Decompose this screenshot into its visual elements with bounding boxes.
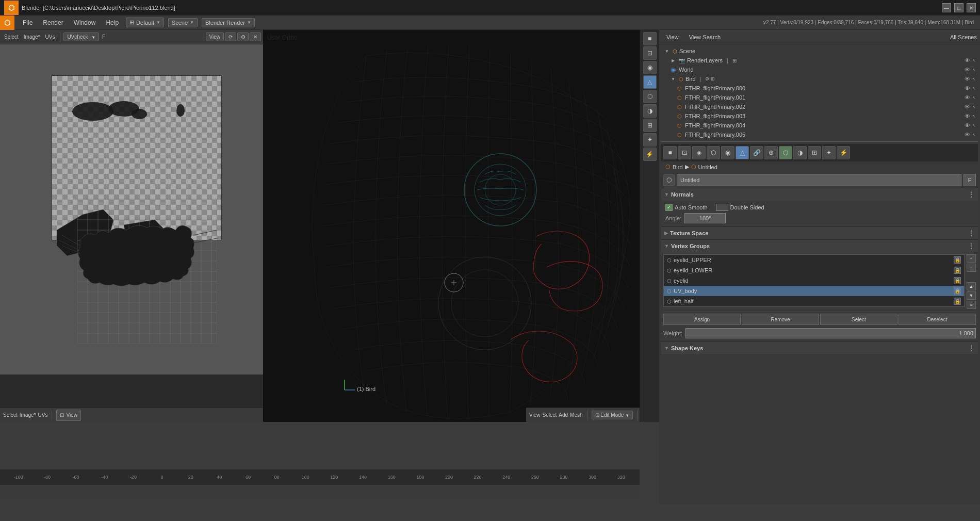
menu-file[interactable]: File [18, 17, 38, 28]
vp-bottom-view[interactable]: View [529, 412, 541, 418]
shape-keys-options-icon[interactable]: ⋮ [968, 344, 975, 352]
prop-icon-data[interactable]: ⬡ [779, 146, 792, 159]
fthr-003-eye-icon[interactable]: 👁 [965, 113, 970, 119]
vg-item-eyelid[interactable]: ⬡ eyelid 🔒 [664, 275, 964, 286]
material-f-button[interactable]: F [963, 174, 976, 186]
uv-bottom-select[interactable]: Select [3, 412, 18, 418]
outliner-renderlayers[interactable]: ▶ 📷 RenderLayers | ⊞ 👁 ↖ [661, 56, 978, 65]
props-icon-particles[interactable]: ✦ [643, 133, 657, 146]
uv-settings-btn[interactable]: ⚙ [237, 32, 249, 41]
vg-item-eyelid-upper[interactable]: ⬡ eyelid_UPPER 🔒 [664, 255, 964, 265]
vg-add-button[interactable]: + [967, 254, 976, 263]
props-icon-object[interactable]: △ [643, 75, 657, 89]
vp-bottom-mesh[interactable]: Mesh [570, 412, 582, 418]
vg-eyelid-lock-icon[interactable]: 🔒 [954, 277, 961, 284]
props-icon-world[interactable]: ◉ [643, 61, 657, 74]
vg-assign-button[interactable]: Assign [663, 314, 741, 325]
props-icon-scene[interactable]: ⊡ [643, 46, 657, 60]
vg-more-button[interactable]: ≡ [967, 301, 976, 309]
uv-bottom-mode[interactable]: ⊡ View [56, 410, 81, 421]
normals-options-icon[interactable]: ⋮ [968, 190, 975, 199]
outliner-world[interactable]: ◉ World 👁 ↖ [661, 65, 978, 74]
outliner-view-tab[interactable]: View [662, 33, 683, 41]
angle-input[interactable] [684, 213, 726, 223]
texture-space-options-icon[interactable]: ⋮ [968, 229, 975, 237]
vg-select-verts-button[interactable]: Select [820, 314, 897, 325]
renderer-selector[interactable]: Blender Render ▼ [202, 18, 255, 27]
world-eye-icon[interactable]: 👁 [965, 67, 970, 73]
vg-eyelid-upper-lock-icon[interactable]: 🔒 [954, 256, 961, 264]
uv-sync-btn[interactable]: ⟳ [225, 32, 236, 41]
prop-icon-output[interactable]: ⊡ [678, 146, 691, 159]
props-icon-render[interactable]: ■ [643, 32, 657, 45]
vg-item-left-half[interactable]: ⬡ left_half 🔒 [664, 296, 964, 306]
vg-left-half-lock-icon[interactable]: 🔒 [954, 298, 961, 305]
shape-keys-section-header[interactable]: ▼ Shape Keys ⋮ [661, 341, 978, 354]
vg-scroll-down-button[interactable]: ▼ [967, 291, 976, 300]
props-icon-mesh[interactable]: ⬡ [643, 90, 657, 103]
outliner-fthr-003[interactable]: ⬡ FTHR_flightPrimary.003 👁 ↖ [661, 111, 978, 121]
outliner-scene[interactable]: ▼ ⬡ Scene [661, 46, 978, 56]
vg-uv-body-lock-icon[interactable]: 🔒 [954, 287, 961, 295]
prop-icon-view[interactable]: ◈ [692, 146, 706, 159]
prop-icon-scene2[interactable]: ⬡ [707, 146, 720, 159]
auto-smooth-checkbox[interactable]: ✓ [665, 204, 673, 211]
uv-view-btn[interactable]: View [206, 32, 224, 41]
weight-value-display[interactable]: 1.000 [685, 328, 976, 338]
uv-bottom-uvs[interactable]: UVs [38, 412, 47, 418]
fthr-001-eye-icon[interactable]: 👁 [965, 94, 970, 101]
vg-scroll-up-button[interactable]: ▲ [967, 282, 976, 290]
prop-icon-world2[interactable]: ◉ [721, 146, 734, 159]
uv-bottom-image[interactable]: Image* [20, 412, 36, 418]
prop-icon-texture2[interactable]: ⊞ [808, 146, 821, 159]
minimize-button[interactable]: — [942, 3, 951, 12]
props-icon-texture[interactable]: ⊞ [643, 119, 657, 132]
fthr-004-eye-icon[interactable]: 👁 [965, 122, 970, 128]
vg-remove-from-button[interactable]: Remove [742, 314, 819, 325]
outliner-fthr-001[interactable]: ⬡ FTHR_flightPrimary.001 👁 ↖ [661, 93, 978, 102]
vg-remove-button[interactable]: − [967, 264, 976, 272]
menu-help[interactable]: Help [101, 17, 124, 28]
prop-icon-particle2[interactable]: ✦ [822, 146, 836, 159]
vg-item-uv-body[interactable]: ⬡ UV_body 🔒 [664, 286, 964, 296]
workspace-selector[interactable]: ⊞ Default ▼ [126, 18, 164, 27]
titlebar-controls[interactable]: — □ ✕ [942, 3, 976, 12]
uv-image-select[interactable]: UVcheck ▼ [63, 32, 99, 41]
bird-eye-icon[interactable]: 👁 [965, 76, 970, 82]
material-selector-icon[interactable]: ⬡ [663, 174, 675, 186]
maximize-button[interactable]: □ [954, 3, 963, 12]
outliner-bird[interactable]: ▼ ⬡ Bird | ⚙ ⊞ 👁 ↖ [661, 74, 978, 84]
texture-space-section-header[interactable]: ▶ Texture Space ⋮ [661, 226, 978, 239]
prop-icon-modifier[interactable]: ⊕ [764, 146, 778, 159]
outliner-fthr-002[interactable]: ⬡ FTHR_flightPrimary.002 👁 ↖ [661, 102, 978, 111]
vertex-groups-options-icon[interactable]: ⋮ [968, 242, 975, 250]
outliner-fthr-000[interactable]: ⬡ FTHR_flightPrimary.000 👁 ↖ [661, 84, 978, 93]
vp-bottom-add[interactable]: Add [559, 412, 568, 418]
normals-section-header[interactable]: ▼ Normals ⋮ [661, 188, 978, 201]
menu-render[interactable]: Render [38, 17, 68, 28]
vp-bottom-select[interactable]: Select [543, 412, 557, 418]
prop-icon-constraint[interactable]: 🔗 [750, 146, 763, 159]
prop-icon-physics2[interactable]: ⚡ [837, 146, 850, 159]
prop-icon-material2[interactable]: ◑ [793, 146, 807, 159]
fthr-005-eye-icon[interactable]: 👁 [965, 132, 970, 138]
scene-selector[interactable]: Scene ▼ [168, 18, 198, 27]
prop-icon-obj2[interactable]: △ [736, 146, 749, 159]
uv-close-btn[interactable]: ✕ [250, 32, 261, 41]
close-button[interactable]: ✕ [967, 3, 976, 12]
data-path-bird[interactable]: Bird [673, 164, 683, 170]
vp-mode-btn[interactable]: ⊡ Edit Mode ▼ [592, 411, 633, 419]
menu-window[interactable]: Window [69, 17, 101, 28]
vg-item-eyelid-lower[interactable]: ⬡ eyelid_LOWER 🔒 [664, 265, 964, 275]
double-sided-checkbox[interactable] [716, 204, 728, 211]
fthr-000-eye-icon[interactable]: 👁 [965, 85, 970, 91]
fthr-002-eye-icon[interactable]: 👁 [965, 104, 970, 110]
props-icon-material[interactable]: ◑ [643, 104, 657, 118]
vg-deselect-button[interactable]: Deselect [899, 314, 976, 325]
renderlayers-eye-icon[interactable]: 👁 [965, 57, 970, 63]
outliner-search-tab[interactable]: View Search [685, 33, 725, 41]
outliner-fthr-005[interactable]: ⬡ FTHR_flightPrimary.005 👁 ↖ [661, 130, 978, 139]
prop-icon-render2[interactable]: ■ [663, 146, 677, 159]
vertex-groups-section-header[interactable]: ▼ Vertex Groups ⋮ [661, 239, 978, 252]
timeline-ruler[interactable]: -100 -80 -60 -40 -20 0 20 40 60 80 100 1… [0, 469, 640, 485]
